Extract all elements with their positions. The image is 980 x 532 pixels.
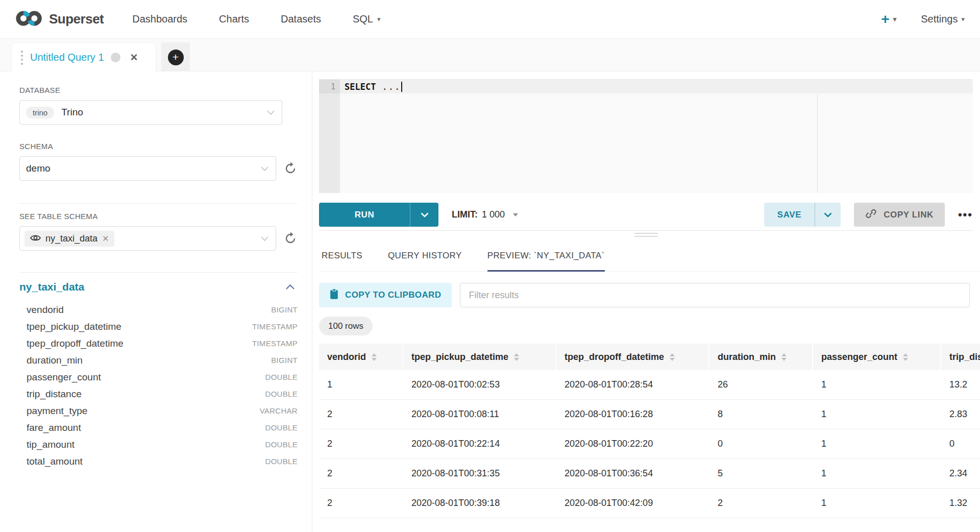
table-row: 12020-08-01T00:02:532020-08-01T00:28:542… xyxy=(319,370,980,400)
line-number: 1 xyxy=(319,80,340,93)
limit-dropdown[interactable]: LIMIT: 1 000 xyxy=(452,209,518,220)
table-column-row: fare_amountDOUBLE xyxy=(19,419,298,436)
chevron-down-icon xyxy=(267,108,275,117)
sort-icon xyxy=(372,353,377,361)
editor-pane: 1 SELECT ... RUN LIMIT: 1 000 xyxy=(312,71,980,532)
superset-brand[interactable]: Superset xyxy=(15,9,104,30)
table-cell: 8 xyxy=(709,400,813,429)
table-cell: 13.2 xyxy=(941,370,980,399)
link-icon xyxy=(865,208,877,222)
caret-down-icon xyxy=(513,213,518,216)
table-cell: 2020-08-01T00:39:18 xyxy=(403,489,556,518)
results-tab-preview[interactable]: PREVIEW: `NY_TAXI_DATA` xyxy=(487,240,605,271)
remove-table-icon[interactable]: ✕ xyxy=(102,234,109,244)
table-cell: 1 xyxy=(813,489,941,518)
column-header-vendorid[interactable]: vendorid xyxy=(319,344,403,370)
table-column-row: trip_distanceDOUBLE xyxy=(19,385,298,402)
database-label: DATABASE xyxy=(19,86,298,94)
nav-item-datasets[interactable]: Datasets xyxy=(281,13,321,25)
sql-editor[interactable]: 1 SELECT ... xyxy=(319,79,973,193)
chevron-down-icon xyxy=(261,164,268,173)
table-cell: 2020-08-01T00:28:54 xyxy=(556,370,709,399)
plus-icon: + xyxy=(881,12,889,27)
table-row: 22020-08-01T00:31:352020-08-01T00:36:545… xyxy=(319,459,980,489)
table-schema-select[interactable]: ny_taxi_data ✕ xyxy=(19,226,276,251)
refresh-schema-icon[interactable] xyxy=(283,161,298,176)
main-nav: DashboardsChartsDatasetsSQL▾ xyxy=(132,13,380,25)
column-header-tpep_dropoff_datetime[interactable]: tpep_dropoff_datetime xyxy=(556,344,709,370)
run-button[interactable]: RUN xyxy=(319,203,438,227)
save-button[interactable]: SAVE xyxy=(764,203,841,227)
database-select[interactable]: trino Trino xyxy=(19,100,282,125)
sort-icon xyxy=(903,353,908,361)
settings-menu[interactable]: Settings ▾ xyxy=(921,13,965,25)
add-tab-button[interactable]: + xyxy=(168,50,184,65)
caret-down-icon: ▾ xyxy=(893,16,897,22)
table-column-row: duration_minBIGINT xyxy=(19,352,298,369)
caret-down-icon: ▾ xyxy=(377,15,381,23)
column-type: TIMESTAMP xyxy=(252,322,298,331)
table-cell: 5 xyxy=(709,459,813,488)
column-header-duration_min[interactable]: duration_min xyxy=(709,344,813,370)
run-options-button[interactable] xyxy=(410,203,438,227)
column-header-trip_distance[interactable]: trip_distance xyxy=(941,344,980,370)
new-item-button[interactable]: + ▾ xyxy=(881,12,896,27)
column-type: DOUBLE xyxy=(265,373,298,381)
table-columns-list: vendoridBIGINTtpep_pickup_datetimeTIMEST… xyxy=(19,301,298,470)
copy-link-button[interactable]: COPY LINK xyxy=(854,203,945,227)
clipboard-icon xyxy=(330,288,338,302)
table-cell: 1 xyxy=(813,459,941,488)
column-type: BIGINT xyxy=(271,305,298,314)
schema-select[interactable]: demo xyxy=(19,156,276,181)
table-cell: 2 xyxy=(709,489,813,518)
nav-item-sql[interactable]: SQL▾ xyxy=(353,13,381,25)
brand-name: Superset xyxy=(49,11,104,27)
column-name: payment_type xyxy=(27,405,87,417)
pane-resize-handle[interactable] xyxy=(634,233,658,239)
column-name: tpep_pickup_datetime xyxy=(27,321,121,332)
results-tab-results[interactable]: RESULTS xyxy=(322,240,362,271)
column-name: passenger_count xyxy=(27,372,101,383)
nav-item-charts[interactable]: Charts xyxy=(219,13,249,25)
table-row: 22020-08-01T00:08:112020-08-01T00:16:288… xyxy=(319,400,980,429)
save-options-button[interactable] xyxy=(815,203,841,227)
table-column-row: vendoridBIGINT xyxy=(19,301,298,318)
table-cell: 2020-08-01T00:08:11 xyxy=(403,400,556,429)
table-name-heading: ny_taxi_data xyxy=(19,281,84,293)
drag-handle-icon[interactable] xyxy=(21,51,23,65)
more-options-button[interactable]: ••• xyxy=(958,208,973,222)
table-cell: 1 xyxy=(813,429,941,458)
table-cell: 2 xyxy=(319,400,403,429)
column-type: TIMESTAMP xyxy=(252,339,298,348)
refresh-table-icon[interactable] xyxy=(283,231,298,246)
results-tab-query-history[interactable]: QUERY HISTORY xyxy=(388,240,462,271)
table-cell: 2.83 xyxy=(941,400,980,429)
nav-item-dashboards[interactable]: Dashboards xyxy=(132,13,187,25)
column-name: trip_distance xyxy=(27,389,82,400)
table-cell: 2 xyxy=(319,459,403,488)
filter-results-input[interactable] xyxy=(460,283,970,307)
table-row: 22020-08-01T00:39:182020-08-01T00:42:092… xyxy=(319,489,980,518)
table-column-row: passenger_countDOUBLE xyxy=(19,369,298,385)
see-table-schema-label: SEE TABLE SCHEMA xyxy=(19,212,298,221)
column-type: BIGINT xyxy=(271,356,298,365)
close-icon[interactable]: ✕ xyxy=(130,52,138,63)
column-type: VARCHAR xyxy=(260,406,298,415)
column-name: fare_amount xyxy=(27,422,81,433)
chevron-down-icon xyxy=(261,234,268,243)
column-name: duration_min xyxy=(27,355,83,366)
table-column-row: tpep_dropoff_datetimeTIMESTAMP xyxy=(19,335,298,352)
copy-to-clipboard-button[interactable]: COPY TO CLIPBOARD xyxy=(319,283,452,307)
query-tab[interactable]: Untitled Query 1 ✕ xyxy=(11,42,156,72)
table-cell: 2020-08-01T00:36:54 xyxy=(556,459,709,488)
table-cell: 2 xyxy=(319,429,403,458)
collapse-chevron-up-icon[interactable] xyxy=(286,282,295,292)
table-column-row: payment_typeVARCHAR xyxy=(19,402,298,419)
top-navbar: Superset DashboardsChartsDatasetsSQL▾ + … xyxy=(0,0,980,39)
sort-icon xyxy=(670,353,675,361)
column-header-passenger_count[interactable]: passenger_count xyxy=(813,344,941,370)
table-cell: 2020-08-01T00:22:20 xyxy=(556,429,709,458)
results-tabbar: RESULTSQUERY HISTORYPREVIEW: `NY_TAXI_DA… xyxy=(319,240,980,272)
column-header-tpep_pickup_datetime[interactable]: tpep_pickup_datetime xyxy=(403,344,556,370)
table-cell: 1 xyxy=(813,400,941,429)
